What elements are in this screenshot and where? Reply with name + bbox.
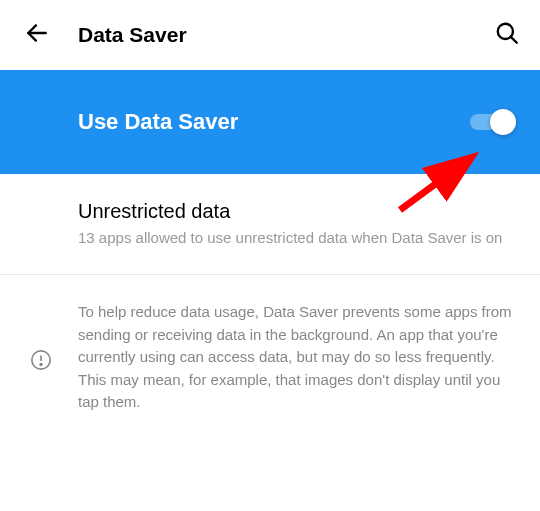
- unrestricted-data-row[interactable]: Unrestricted data 13 apps allowed to use…: [0, 174, 540, 275]
- svg-line-2: [511, 37, 517, 43]
- toggle-switch[interactable]: [470, 108, 514, 136]
- page-title: Data Saver: [78, 23, 466, 47]
- info-icon: [30, 349, 52, 375]
- data-saver-toggle-row[interactable]: Use Data Saver: [0, 70, 540, 174]
- info-section: To help reduce data usage, Data Saver pr…: [0, 275, 540, 440]
- info-text: To help reduce data usage, Data Saver pr…: [78, 301, 514, 414]
- unrestricted-title: Unrestricted data: [78, 200, 514, 223]
- svg-point-5: [40, 364, 42, 366]
- search-icon[interactable]: [494, 20, 520, 50]
- toggle-thumb: [490, 109, 516, 135]
- back-icon[interactable]: [24, 20, 50, 50]
- toggle-label: Use Data Saver: [78, 109, 238, 135]
- unrestricted-subtitle: 13 apps allowed to use unrestricted data…: [78, 227, 514, 248]
- header: Data Saver: [0, 0, 540, 70]
